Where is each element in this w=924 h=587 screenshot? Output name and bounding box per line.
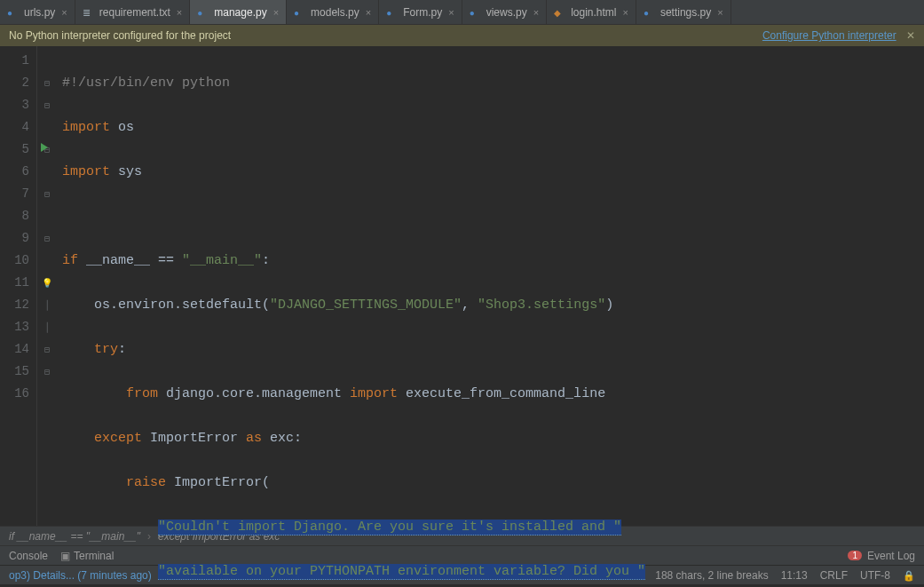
tab-label: requirement.txt (99, 6, 170, 19)
close-icon[interactable]: × (622, 7, 628, 18)
code-editor[interactable]: 12345678910111213141516 ⊟⊟ ⊟ ⊟ ⊟ 💡 ││⊟⊟ … (0, 46, 924, 526)
line-number: 9 (0, 227, 29, 250)
line-number: 5 (0, 139, 29, 161)
close-icon[interactable]: × (448, 7, 454, 18)
configure-interpreter-link[interactable]: Configure Python interpreter (762, 29, 896, 42)
line-number: 8 (0, 205, 29, 227)
lightbulb-icon[interactable]: 💡 (37, 272, 57, 294)
tab-label: login.html (571, 6, 616, 19)
tab-login-html[interactable]: login.html× (547, 0, 636, 24)
line-number: 16 (0, 383, 29, 405)
tab-label: manage.py (214, 6, 266, 19)
file-icon (197, 6, 209, 19)
tab-views-py[interactable]: views.py× (462, 0, 547, 24)
close-icon[interactable]: × (177, 7, 182, 18)
tab-settings-py[interactable]: settings.py× (636, 0, 731, 24)
line-number: 2 (0, 72, 29, 94)
tab-Form-py[interactable]: Form.py× (379, 0, 462, 24)
file-icon (7, 6, 20, 19)
file-icon (386, 6, 399, 19)
line-number: 15 (0, 361, 29, 383)
line-number: 14 (0, 338, 29, 361)
file-icon (554, 6, 566, 19)
line-number: 10 (0, 250, 29, 272)
line-number: 7 (0, 183, 29, 205)
tab-label: settings.py (660, 6, 711, 19)
fold-column: ⊟⊟ ⊟ ⊟ ⊟ 💡 ││⊟⊟ (37, 46, 57, 526)
tab-urls-py[interactable]: urls.py× (0, 0, 75, 24)
selected-text: "available on your PYTHONPATH environmen… (158, 564, 645, 580)
file-icon (470, 6, 482, 19)
tab-label: Form.py (403, 6, 442, 19)
close-icon[interactable]: × (717, 7, 723, 18)
file-icon (83, 6, 95, 19)
code-text: #!/usr/bin/env python (62, 75, 230, 91)
line-number: 13 (0, 316, 29, 338)
tab-label: views.py (486, 6, 527, 19)
line-number: 4 (0, 116, 29, 139)
tab-label: urls.py (24, 6, 55, 19)
selected-text: "Couldn't import Django. Are you sure it… (158, 520, 621, 535)
close-icon[interactable]: × (533, 7, 539, 18)
tab-requirement-txt[interactable]: requirement.txt× (75, 0, 190, 24)
close-icon[interactable]: × (366, 7, 371, 18)
console-tab[interactable]: Console (9, 550, 48, 562)
editor-tab-bar: urls.py×requirement.txt×manage.py×models… (0, 0, 924, 25)
line-number: 1 (0, 50, 29, 72)
tab-models-py[interactable]: models.py× (287, 0, 379, 24)
tab-manage-py[interactable]: manage.py× (190, 0, 287, 24)
warning-text: No Python interpreter configured for the… (9, 29, 231, 42)
close-icon[interactable]: × (61, 7, 67, 18)
line-number: 3 (0, 94, 29, 116)
interpreter-warning-bar: No Python interpreter configured for the… (0, 25, 924, 46)
file-icon (644, 6, 656, 19)
line-number: 6 (0, 161, 29, 183)
close-icon[interactable]: × (273, 7, 279, 18)
code-area[interactable]: #!/usr/bin/env python import os import s… (57, 46, 924, 526)
line-number: 11 (0, 272, 29, 294)
line-number: 12 (0, 294, 29, 316)
run-icon[interactable] (41, 143, 48, 152)
line-number-gutter: 12345678910111213141516 (0, 46, 37, 526)
close-icon[interactable]: ✕ (906, 29, 915, 42)
file-icon (294, 6, 306, 19)
tab-label: models.py (311, 6, 359, 19)
